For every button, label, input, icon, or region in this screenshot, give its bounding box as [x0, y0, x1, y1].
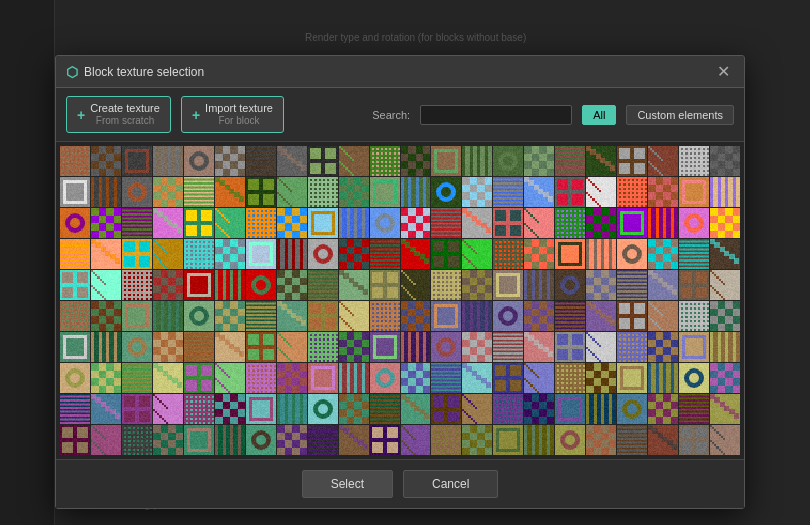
- texture-cell[interactable]: [617, 425, 647, 455]
- texture-cell[interactable]: [555, 301, 585, 331]
- texture-cell[interactable]: [122, 301, 152, 331]
- texture-cell[interactable]: [370, 301, 400, 331]
- texture-cell[interactable]: [493, 146, 523, 176]
- texture-cell[interactable]: [60, 208, 90, 238]
- texture-cell[interactable]: [648, 146, 678, 176]
- texture-cell[interactable]: [679, 177, 709, 207]
- texture-cell[interactable]: [648, 270, 678, 300]
- texture-cell[interactable]: [524, 301, 554, 331]
- texture-cell[interactable]: [215, 177, 245, 207]
- texture-cell[interactable]: [617, 146, 647, 176]
- texture-cell[interactable]: [586, 332, 616, 362]
- texture-cell[interactable]: [617, 270, 647, 300]
- texture-cell[interactable]: [277, 177, 307, 207]
- texture-cell[interactable]: [215, 270, 245, 300]
- texture-cell[interactable]: [246, 301, 276, 331]
- texture-cell[interactable]: [60, 332, 90, 362]
- filter-custom-button[interactable]: Custom elements: [626, 105, 734, 125]
- texture-cell[interactable]: [60, 425, 90, 455]
- texture-cell[interactable]: [648, 332, 678, 362]
- texture-cell[interactable]: [401, 146, 431, 176]
- texture-cell[interactable]: [246, 332, 276, 362]
- texture-cell[interactable]: [184, 394, 214, 424]
- texture-cell[interactable]: [339, 363, 369, 393]
- texture-cell[interactable]: [710, 425, 740, 455]
- texture-cell[interactable]: [586, 425, 616, 455]
- texture-cell[interactable]: [710, 301, 740, 331]
- texture-cell[interactable]: [246, 270, 276, 300]
- texture-cell[interactable]: [493, 332, 523, 362]
- texture-cell[interactable]: [91, 146, 121, 176]
- texture-cell[interactable]: [277, 208, 307, 238]
- texture-cell[interactable]: [401, 177, 431, 207]
- texture-cell[interactable]: [679, 301, 709, 331]
- texture-cell[interactable]: [462, 208, 492, 238]
- texture-cell[interactable]: [648, 425, 678, 455]
- texture-cell[interactable]: [308, 332, 338, 362]
- texture-cell[interactable]: [679, 239, 709, 269]
- texture-cell[interactable]: [184, 146, 214, 176]
- texture-cell[interactable]: [308, 301, 338, 331]
- texture-cell[interactable]: [679, 394, 709, 424]
- texture-cell[interactable]: [246, 363, 276, 393]
- texture-cell[interactable]: [401, 425, 431, 455]
- texture-cell[interactable]: [524, 363, 554, 393]
- texture-cell[interactable]: [431, 239, 461, 269]
- texture-cell[interactable]: [493, 239, 523, 269]
- texture-cell[interactable]: [246, 146, 276, 176]
- texture-cell[interactable]: [648, 208, 678, 238]
- texture-cell[interactable]: [493, 363, 523, 393]
- texture-cell[interactable]: [710, 332, 740, 362]
- texture-cell[interactable]: [462, 363, 492, 393]
- texture-cell[interactable]: [617, 239, 647, 269]
- texture-cell[interactable]: [153, 425, 183, 455]
- texture-cell[interactable]: [153, 363, 183, 393]
- texture-cell[interactable]: [524, 332, 554, 362]
- texture-cell[interactable]: [710, 146, 740, 176]
- texture-cell[interactable]: [710, 394, 740, 424]
- texture-cell[interactable]: [586, 177, 616, 207]
- texture-cell[interactable]: [91, 177, 121, 207]
- texture-cell[interactable]: [586, 146, 616, 176]
- texture-cell[interactable]: [524, 208, 554, 238]
- texture-cell[interactable]: [493, 270, 523, 300]
- texture-cell[interactable]: [215, 363, 245, 393]
- texture-cell[interactable]: [339, 177, 369, 207]
- texture-cell[interactable]: [710, 363, 740, 393]
- texture-cell[interactable]: [122, 270, 152, 300]
- texture-cell[interactable]: [462, 425, 492, 455]
- texture-cell[interactable]: [308, 146, 338, 176]
- texture-cell[interactable]: [91, 332, 121, 362]
- texture-cell[interactable]: [679, 425, 709, 455]
- texture-cell[interactable]: [555, 425, 585, 455]
- texture-cell[interactable]: [555, 332, 585, 362]
- texture-cell[interactable]: [370, 363, 400, 393]
- texture-cell[interactable]: [91, 301, 121, 331]
- texture-cell[interactable]: [555, 394, 585, 424]
- texture-cell[interactable]: [184, 332, 214, 362]
- texture-cell[interactable]: [710, 208, 740, 238]
- texture-cell[interactable]: [308, 239, 338, 269]
- texture-cell[interactable]: [617, 208, 647, 238]
- texture-cell[interactable]: [648, 239, 678, 269]
- texture-cell[interactable]: [122, 239, 152, 269]
- texture-cell[interactable]: [462, 301, 492, 331]
- texture-cell[interactable]: [246, 239, 276, 269]
- texture-cell[interactable]: [617, 177, 647, 207]
- texture-cell[interactable]: [431, 363, 461, 393]
- texture-cell[interactable]: [462, 394, 492, 424]
- texture-cell[interactable]: [617, 363, 647, 393]
- texture-cell[interactable]: [277, 363, 307, 393]
- texture-grid-container[interactable]: [56, 142, 744, 459]
- texture-cell[interactable]: [431, 301, 461, 331]
- texture-cell[interactable]: [524, 394, 554, 424]
- texture-cell[interactable]: [586, 270, 616, 300]
- texture-cell[interactable]: [679, 270, 709, 300]
- filter-all-button[interactable]: All: [582, 105, 616, 125]
- texture-cell[interactable]: [401, 363, 431, 393]
- texture-cell[interactable]: [153, 177, 183, 207]
- texture-cell[interactable]: [493, 208, 523, 238]
- texture-cell[interactable]: [308, 208, 338, 238]
- texture-cell[interactable]: [153, 332, 183, 362]
- texture-cell[interactable]: [308, 270, 338, 300]
